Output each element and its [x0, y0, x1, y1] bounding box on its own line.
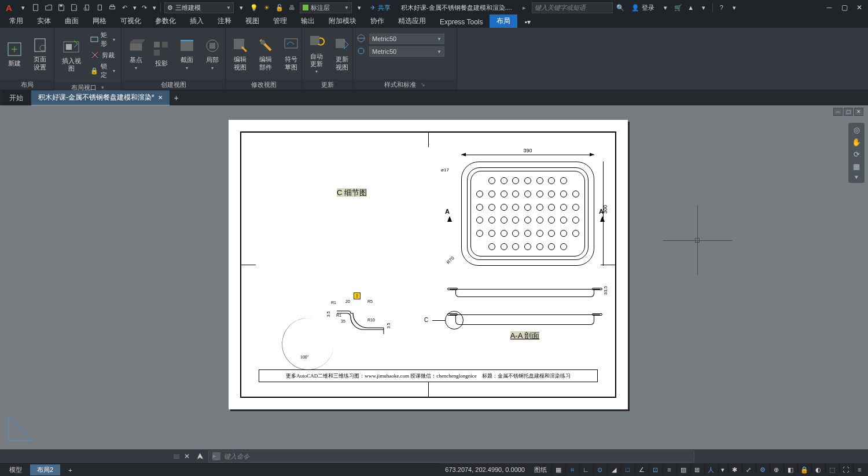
edit-view-button[interactable]: 编辑 视图	[229, 35, 251, 72]
new-layout-button[interactable]: 新建	[3, 39, 25, 68]
sb-snap2-icon[interactable]: ∠	[635, 464, 648, 475]
update-view-button[interactable]: 更新 视图	[331, 35, 353, 72]
section-style-select[interactable]: Metric50▼	[369, 34, 444, 44]
login-button[interactable]: 👤 登录	[628, 3, 658, 12]
model-tab[interactable]: 模型	[2, 464, 29, 475]
sb-hardware-icon[interactable]: ⬚	[825, 464, 838, 475]
search-icon[interactable]: 🔍	[615, 2, 626, 13]
sb-isolate-icon[interactable]: ◐	[811, 464, 824, 475]
tab-addins[interactable]: 附加模块	[322, 14, 363, 28]
tab-featured[interactable]: 精选应用	[391, 14, 433, 28]
tab-manage[interactable]: 管理	[266, 14, 294, 28]
sb-clean-icon[interactable]: ⛶	[839, 464, 852, 475]
add-layout-button[interactable]: +	[61, 466, 79, 475]
save-icon[interactable]	[56, 2, 67, 13]
layer-plot-icon[interactable]: 🖶	[287, 2, 297, 13]
redo-icon[interactable]: ↷	[139, 2, 150, 13]
tab-mesh[interactable]: 网格	[86, 14, 113, 28]
style-icon-2[interactable]	[356, 46, 367, 57]
plot-icon[interactable]	[107, 2, 117, 13]
share-button[interactable]: ✈ 共享	[367, 3, 394, 12]
tab-document[interactable]: 积木好课-金属不锈钢餐盘建模和渲染* ✕	[31, 90, 170, 106]
lock-layer-icon[interactable]: 🔓	[274, 2, 285, 13]
redo-dropdown-icon[interactable]: ▾	[152, 2, 157, 13]
tab-close-icon[interactable]: ✕	[158, 94, 163, 101]
sb-otrack-icon[interactable]: ⊡	[649, 464, 661, 475]
tab-annotate[interactable]: 注释	[211, 14, 238, 28]
layer-dropdown-icon[interactable]: ▾	[354, 2, 365, 13]
section-button[interactable]: 截面▾	[176, 35, 198, 71]
tab-start[interactable]: 开始	[2, 91, 30, 105]
tab-output[interactable]: 输出	[294, 14, 322, 28]
app-dropdown-icon[interactable]: ▾	[698, 2, 709, 13]
undo-dropdown-icon[interactable]: ▾	[133, 2, 137, 13]
command-input[interactable]: ▸_ 键入命令	[208, 451, 694, 463]
cmdline-grip[interactable]	[174, 455, 179, 459]
cmdline-close-icon[interactable]: ✕	[182, 452, 192, 460]
tab-layout[interactable]: 布局	[490, 14, 517, 28]
nav-wheel-icon[interactable]: ◎	[854, 126, 860, 134]
detail-button[interactable]: 局部▾	[201, 35, 223, 71]
sb-units-icon[interactable]: ◧	[784, 464, 796, 475]
vp-maximize-button[interactable]: ▢	[844, 108, 853, 116]
web-open-icon[interactable]	[82, 2, 92, 13]
coordinate-display[interactable]: 673.2074, 202.4990, 0.0000	[440, 466, 529, 473]
login-dropdown-icon[interactable]: ▾	[660, 2, 671, 13]
detail-style-select[interactable]: Metric50▼	[369, 46, 444, 57]
saveas-icon[interactable]	[69, 2, 79, 13]
title-chevron-icon[interactable]: ▸	[519, 2, 529, 13]
open-icon[interactable]	[43, 2, 54, 13]
ucs-icon[interactable]	[6, 415, 35, 444]
sb-ws-icon[interactable]: ⚙	[756, 464, 768, 475]
sb-transparency-icon[interactable]: ▨	[676, 464, 689, 475]
insert-view-button[interactable]: 插入视图	[58, 36, 84, 74]
tab-express[interactable]: Express Tools	[433, 16, 490, 28]
paperspace-toggle[interactable]: 图纸	[531, 466, 550, 474]
sb-osnap-icon[interactable]: □	[621, 464, 634, 475]
sb-lock-ui-icon[interactable]: 🔒	[797, 464, 810, 475]
sb-iso-icon[interactable]: ◢	[607, 464, 620, 475]
search-input[interactable]: 键入关键字或短语	[532, 2, 613, 13]
help-dropdown-icon[interactable]: ▾	[729, 2, 740, 13]
bulb-icon[interactable]: 💡	[249, 2, 259, 13]
vp-clip-button[interactable]: 剪裁	[88, 50, 117, 60]
sb-ortho-icon[interactable]: ∟	[579, 464, 592, 475]
tab-insert[interactable]: 插入	[183, 14, 211, 28]
edit-comp-button[interactable]: 编辑 部件	[255, 35, 277, 72]
nav-cube-icon[interactable]: ▦	[853, 162, 860, 171]
sb-annoscale-icon[interactable]: 人	[704, 464, 717, 475]
vp-rect-button[interactable]: 矩形▾	[88, 30, 117, 49]
sun-icon[interactable]: ☀	[262, 2, 272, 13]
sb-monitor-icon[interactable]: ⊕	[770, 464, 782, 475]
undo-icon[interactable]: ↶	[120, 2, 130, 13]
sb-annovisibility-icon[interactable]: ✱	[728, 464, 741, 475]
drawing-canvas[interactable]: ─ ▢ ✕ 390 ⌀17 R70 30	[0, 105, 868, 449]
page-setup-button[interactable]: 页面 设置	[29, 35, 51, 72]
minimize-button[interactable]: ─	[823, 2, 836, 13]
auto-update-button[interactable]: 自动 更新▾	[306, 32, 328, 75]
app-icon[interactable]: ▲	[686, 2, 696, 13]
new-icon[interactable]	[31, 2, 41, 13]
sb-grid-icon[interactable]: ▦	[551, 464, 564, 475]
close-button[interactable]: ✕	[853, 2, 866, 13]
app-logo[interactable]: A	[2, 3, 16, 13]
cmdline-history-icon[interactable]: ⮝	[194, 452, 206, 460]
projection-button[interactable]: 投影	[150, 39, 172, 68]
help-icon[interactable]: ?	[716, 2, 727, 13]
cart-icon[interactable]: 🛒	[673, 2, 683, 13]
layout2-tab[interactable]: 布局2	[30, 464, 60, 475]
sb-cycle-icon[interactable]: ⊞	[690, 464, 703, 475]
sb-customize-icon[interactable]: ≡	[853, 464, 866, 475]
maximize-button[interactable]: ▢	[838, 2, 851, 13]
menu-dropdown-icon[interactable]: ▾	[18, 2, 28, 13]
sb-scale-display[interactable]: ▾	[718, 464, 727, 475]
tab-collaborate[interactable]: 协作	[363, 14, 391, 28]
add-tab-button[interactable]: +	[171, 92, 182, 104]
tab-surface[interactable]: 曲面	[58, 14, 86, 28]
tab-home[interactable]: 常用	[2, 14, 30, 28]
base-view-button[interactable]: 基点▾	[125, 35, 147, 71]
symbol-sketch-button[interactable]: 符号 草图	[280, 35, 302, 72]
layer-select[interactable]: 标注层 ▼	[300, 2, 352, 13]
tab-parametric[interactable]: 参数化	[148, 14, 183, 28]
tab-solid[interactable]: 实体	[30, 14, 58, 28]
